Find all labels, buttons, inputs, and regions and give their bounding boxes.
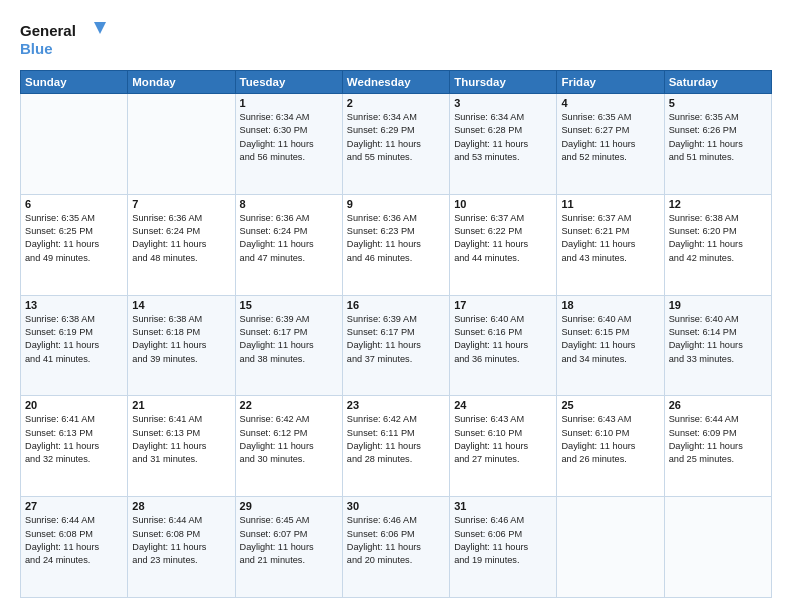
calendar-cell: 22Sunrise: 6:42 AM Sunset: 6:12 PM Dayli… bbox=[235, 396, 342, 497]
dow-header: Thursday bbox=[450, 71, 557, 94]
day-number: 30 bbox=[347, 500, 445, 512]
calendar-cell: 21Sunrise: 6:41 AM Sunset: 6:13 PM Dayli… bbox=[128, 396, 235, 497]
day-info: Sunrise: 6:36 AM Sunset: 6:24 PM Dayligh… bbox=[240, 212, 338, 265]
calendar-cell: 20Sunrise: 6:41 AM Sunset: 6:13 PM Dayli… bbox=[21, 396, 128, 497]
dow-header: Monday bbox=[128, 71, 235, 94]
day-info: Sunrise: 6:36 AM Sunset: 6:23 PM Dayligh… bbox=[347, 212, 445, 265]
day-number: 5 bbox=[669, 97, 767, 109]
day-number: 19 bbox=[669, 299, 767, 311]
day-number: 22 bbox=[240, 399, 338, 411]
calendar-cell: 19Sunrise: 6:40 AM Sunset: 6:14 PM Dayli… bbox=[664, 295, 771, 396]
calendar-cell: 8Sunrise: 6:36 AM Sunset: 6:24 PM Daylig… bbox=[235, 194, 342, 295]
day-info: Sunrise: 6:42 AM Sunset: 6:11 PM Dayligh… bbox=[347, 413, 445, 466]
day-number: 3 bbox=[454, 97, 552, 109]
calendar-body: 1Sunrise: 6:34 AM Sunset: 6:30 PM Daylig… bbox=[21, 94, 772, 598]
day-number: 9 bbox=[347, 198, 445, 210]
day-info: Sunrise: 6:41 AM Sunset: 6:13 PM Dayligh… bbox=[25, 413, 123, 466]
calendar-cell: 31Sunrise: 6:46 AM Sunset: 6:06 PM Dayli… bbox=[450, 497, 557, 598]
day-number: 10 bbox=[454, 198, 552, 210]
calendar-cell: 26Sunrise: 6:44 AM Sunset: 6:09 PM Dayli… bbox=[664, 396, 771, 497]
day-info: Sunrise: 6:39 AM Sunset: 6:17 PM Dayligh… bbox=[347, 313, 445, 366]
day-info: Sunrise: 6:40 AM Sunset: 6:14 PM Dayligh… bbox=[669, 313, 767, 366]
day-info: Sunrise: 6:43 AM Sunset: 6:10 PM Dayligh… bbox=[561, 413, 659, 466]
dow-header: Saturday bbox=[664, 71, 771, 94]
calendar-cell: 13Sunrise: 6:38 AM Sunset: 6:19 PM Dayli… bbox=[21, 295, 128, 396]
day-number: 27 bbox=[25, 500, 123, 512]
day-number: 21 bbox=[132, 399, 230, 411]
calendar-cell: 15Sunrise: 6:39 AM Sunset: 6:17 PM Dayli… bbox=[235, 295, 342, 396]
day-info: Sunrise: 6:38 AM Sunset: 6:20 PM Dayligh… bbox=[669, 212, 767, 265]
day-number: 2 bbox=[347, 97, 445, 109]
calendar-cell: 6Sunrise: 6:35 AM Sunset: 6:25 PM Daylig… bbox=[21, 194, 128, 295]
calendar-cell: 2Sunrise: 6:34 AM Sunset: 6:29 PM Daylig… bbox=[342, 94, 449, 195]
calendar-cell: 29Sunrise: 6:45 AM Sunset: 6:07 PM Dayli… bbox=[235, 497, 342, 598]
calendar-cell bbox=[557, 497, 664, 598]
day-number: 16 bbox=[347, 299, 445, 311]
day-info: Sunrise: 6:40 AM Sunset: 6:16 PM Dayligh… bbox=[454, 313, 552, 366]
day-number: 24 bbox=[454, 399, 552, 411]
day-info: Sunrise: 6:46 AM Sunset: 6:06 PM Dayligh… bbox=[454, 514, 552, 567]
calendar-cell: 9Sunrise: 6:36 AM Sunset: 6:23 PM Daylig… bbox=[342, 194, 449, 295]
calendar-cell: 24Sunrise: 6:43 AM Sunset: 6:10 PM Dayli… bbox=[450, 396, 557, 497]
logo-svg: General Blue bbox=[20, 18, 110, 60]
day-number: 31 bbox=[454, 500, 552, 512]
day-number: 1 bbox=[240, 97, 338, 109]
calendar-cell: 18Sunrise: 6:40 AM Sunset: 6:15 PM Dayli… bbox=[557, 295, 664, 396]
day-number: 4 bbox=[561, 97, 659, 109]
day-info: Sunrise: 6:42 AM Sunset: 6:12 PM Dayligh… bbox=[240, 413, 338, 466]
calendar-cell: 25Sunrise: 6:43 AM Sunset: 6:10 PM Dayli… bbox=[557, 396, 664, 497]
calendar-cell: 30Sunrise: 6:46 AM Sunset: 6:06 PM Dayli… bbox=[342, 497, 449, 598]
logo-icon: General Blue bbox=[20, 18, 110, 60]
day-number: 14 bbox=[132, 299, 230, 311]
calendar-page: General Blue SundayMondayTuesdayWednesda… bbox=[0, 0, 792, 612]
calendar-cell: 5Sunrise: 6:35 AM Sunset: 6:26 PM Daylig… bbox=[664, 94, 771, 195]
day-info: Sunrise: 6:37 AM Sunset: 6:21 PM Dayligh… bbox=[561, 212, 659, 265]
day-number: 20 bbox=[25, 399, 123, 411]
day-info: Sunrise: 6:40 AM Sunset: 6:15 PM Dayligh… bbox=[561, 313, 659, 366]
calendar-cell: 3Sunrise: 6:34 AM Sunset: 6:28 PM Daylig… bbox=[450, 94, 557, 195]
day-number: 23 bbox=[347, 399, 445, 411]
calendar-cell: 27Sunrise: 6:44 AM Sunset: 6:08 PM Dayli… bbox=[21, 497, 128, 598]
day-info: Sunrise: 6:44 AM Sunset: 6:08 PM Dayligh… bbox=[132, 514, 230, 567]
day-number: 7 bbox=[132, 198, 230, 210]
calendar-cell: 12Sunrise: 6:38 AM Sunset: 6:20 PM Dayli… bbox=[664, 194, 771, 295]
calendar-cell: 7Sunrise: 6:36 AM Sunset: 6:24 PM Daylig… bbox=[128, 194, 235, 295]
day-number: 13 bbox=[25, 299, 123, 311]
calendar-table: SundayMondayTuesdayWednesdayThursdayFrid… bbox=[20, 70, 772, 598]
calendar-cell bbox=[664, 497, 771, 598]
day-number: 18 bbox=[561, 299, 659, 311]
day-info: Sunrise: 6:35 AM Sunset: 6:26 PM Dayligh… bbox=[669, 111, 767, 164]
day-info: Sunrise: 6:35 AM Sunset: 6:27 PM Dayligh… bbox=[561, 111, 659, 164]
day-number: 25 bbox=[561, 399, 659, 411]
calendar-cell: 1Sunrise: 6:34 AM Sunset: 6:30 PM Daylig… bbox=[235, 94, 342, 195]
svg-text:General: General bbox=[20, 22, 76, 39]
dow-header: Friday bbox=[557, 71, 664, 94]
day-info: Sunrise: 6:44 AM Sunset: 6:09 PM Dayligh… bbox=[669, 413, 767, 466]
day-info: Sunrise: 6:37 AM Sunset: 6:22 PM Dayligh… bbox=[454, 212, 552, 265]
day-info: Sunrise: 6:45 AM Sunset: 6:07 PM Dayligh… bbox=[240, 514, 338, 567]
calendar-cell: 10Sunrise: 6:37 AM Sunset: 6:22 PM Dayli… bbox=[450, 194, 557, 295]
day-number: 15 bbox=[240, 299, 338, 311]
day-info: Sunrise: 6:46 AM Sunset: 6:06 PM Dayligh… bbox=[347, 514, 445, 567]
calendar-cell: 17Sunrise: 6:40 AM Sunset: 6:16 PM Dayli… bbox=[450, 295, 557, 396]
day-number: 12 bbox=[669, 198, 767, 210]
day-info: Sunrise: 6:44 AM Sunset: 6:08 PM Dayligh… bbox=[25, 514, 123, 567]
dow-header: Wednesday bbox=[342, 71, 449, 94]
day-number: 29 bbox=[240, 500, 338, 512]
day-number: 28 bbox=[132, 500, 230, 512]
logo: General Blue bbox=[20, 18, 110, 60]
day-info: Sunrise: 6:35 AM Sunset: 6:25 PM Dayligh… bbox=[25, 212, 123, 265]
day-info: Sunrise: 6:36 AM Sunset: 6:24 PM Dayligh… bbox=[132, 212, 230, 265]
calendar-cell: 23Sunrise: 6:42 AM Sunset: 6:11 PM Dayli… bbox=[342, 396, 449, 497]
calendar-cell: 28Sunrise: 6:44 AM Sunset: 6:08 PM Dayli… bbox=[128, 497, 235, 598]
header: General Blue bbox=[20, 18, 772, 60]
calendar-cell: 14Sunrise: 6:38 AM Sunset: 6:18 PM Dayli… bbox=[128, 295, 235, 396]
day-info: Sunrise: 6:34 AM Sunset: 6:28 PM Dayligh… bbox=[454, 111, 552, 164]
day-info: Sunrise: 6:34 AM Sunset: 6:30 PM Dayligh… bbox=[240, 111, 338, 164]
day-number: 26 bbox=[669, 399, 767, 411]
calendar-cell: 4Sunrise: 6:35 AM Sunset: 6:27 PM Daylig… bbox=[557, 94, 664, 195]
day-number: 17 bbox=[454, 299, 552, 311]
calendar-cell: 11Sunrise: 6:37 AM Sunset: 6:21 PM Dayli… bbox=[557, 194, 664, 295]
day-info: Sunrise: 6:38 AM Sunset: 6:18 PM Dayligh… bbox=[132, 313, 230, 366]
day-number: 6 bbox=[25, 198, 123, 210]
